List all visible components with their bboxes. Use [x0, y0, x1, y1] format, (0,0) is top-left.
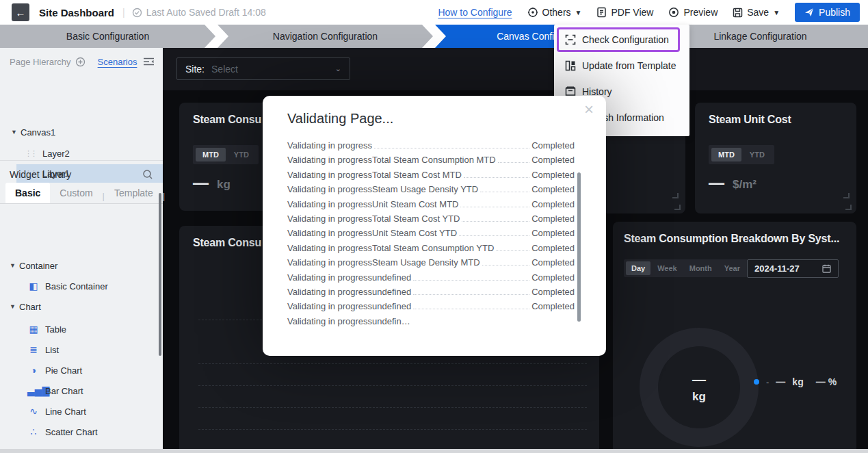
gridline: [198, 429, 587, 430]
leader-dots: [462, 221, 529, 222]
menu-item-update-from-template[interactable]: Update from Template: [554, 53, 689, 79]
sidebar-scrollbar[interactable]: [159, 193, 161, 356]
menu-item-label: Check Configuration: [582, 34, 669, 45]
tab-basic[interactable]: Basic: [5, 183, 50, 203]
modal-scrollbar[interactable]: [577, 172, 581, 322]
divider: |: [163, 191, 165, 201]
card-steam-breakdown[interactable]: Steam Consumption Breakdown By Syst... D…: [613, 222, 856, 449]
widget-item[interactable]: ◑ Pie Chart: [0, 360, 163, 380]
validation-status: Completed: [531, 213, 575, 224]
drag-handle-icon[interactable]: ⋮⋮: [25, 149, 38, 158]
chevron-down-icon: ▼: [773, 9, 780, 16]
validation-status: Completed: [531, 170, 575, 180]
validation-label: Validating in progressundefin…: [287, 316, 410, 326]
validation-status: Completed: [531, 155, 575, 165]
tab-custom[interactable]: Custom: [50, 183, 102, 203]
caret-down-icon[interactable]: ▼: [10, 303, 19, 310]
publish-button[interactable]: Publish: [795, 3, 860, 22]
validation-row: Validating in progressSteam Usage Densit…: [287, 184, 575, 198]
search-icon[interactable]: [142, 169, 153, 180]
donut-center: — kg: [658, 346, 740, 428]
kpi-number: —: [193, 174, 209, 192]
page-hierarchy-header: Page Hierarchy Scenarios: [0, 53, 163, 70]
validation-label: Validating in progress: [287, 140, 372, 151]
range-chip[interactable]: Year: [719, 261, 746, 275]
validation-row: Validating in progressTotal Steam Consum…: [287, 243, 575, 257]
period-chip[interactable]: YTD: [743, 148, 772, 161]
back-button[interactable]: ←: [12, 3, 29, 21]
autosave-text: Last Auto Saved Draft 14:08: [146, 7, 266, 18]
card-title: Steam Consumption Breakdown By Syst...: [624, 233, 839, 245]
widget-item[interactable]: ▦ Table: [0, 319, 163, 339]
period-chip[interactable]: MTD: [196, 148, 226, 161]
kpi-unit: kg: [217, 178, 231, 192]
page-hierarchy-label: Page Hierarchy: [10, 57, 71, 67]
resize-corner-mark: [674, 205, 681, 210]
config-step[interactable]: Navigation Configuration: [218, 25, 433, 48]
period-chip[interactable]: YTD: [227, 148, 256, 161]
legend-value: —: [776, 376, 785, 387]
leader-dots: [464, 177, 529, 178]
range-chip[interactable]: Day: [626, 261, 650, 275]
widget-item[interactable]: ∴ Scatter Chart: [0, 422, 163, 442]
caret-down-icon[interactable]: ▼: [11, 129, 21, 135]
add-page-icon[interactable]: [75, 57, 86, 67]
range-chip[interactable]: Week: [652, 261, 683, 275]
validation-row-list: Validating in progress Completed Validat…: [287, 140, 575, 331]
collapse-panel-icon[interactable]: [143, 57, 155, 66]
kpi-value: — kg: [193, 174, 231, 192]
config-step[interactable]: Basic Configuration: [0, 25, 215, 48]
period-chip[interactable]: MTD: [711, 148, 741, 161]
range-chip[interactable]: Month: [684, 261, 718, 275]
autosave-check-icon: [132, 8, 142, 18]
scenarios-link[interactable]: Scenarios: [98, 57, 137, 67]
canvas-toolbar: Site: Select ⌄: [163, 48, 868, 90]
widget-item[interactable]: ◧ Basic Container: [0, 276, 163, 296]
how-to-configure-link[interactable]: How to Configure: [438, 7, 512, 18]
resize-corner-mark: [843, 193, 850, 198]
kpi-number: —: [709, 174, 724, 192]
modal-title: Validating Page...: [287, 111, 393, 127]
group-container[interactable]: ▼ Container: [0, 257, 163, 274]
validation-label: Validating in progressTotal Steam Cost M…: [287, 170, 462, 180]
period-toggle: MTDYTD: [709, 145, 774, 164]
top-bar: ← Site Dashboard | Last Auto Saved Draft…: [0, 0, 868, 25]
group-chart[interactable]: ▼ Chart: [0, 298, 163, 315]
legend-pct-unit: %: [828, 376, 837, 387]
card-title: Steam Unit Cost: [709, 114, 791, 126]
site-placeholder: Select: [211, 64, 238, 75]
donut-legend: - — kg — %: [754, 376, 837, 387]
preview-button[interactable]: Preview: [668, 7, 718, 18]
widget-item[interactable]: ∿ Line Chart: [0, 401, 163, 422]
preview-eye-icon: [668, 7, 679, 18]
widget-item[interactable]: ≣ List: [0, 339, 163, 360]
validation-row: Validating in progress Completed: [287, 140, 575, 155]
leader-dots: [480, 192, 529, 192]
pdf-view-button[interactable]: PDF View: [596, 7, 653, 18]
close-icon[interactable]: ×: [584, 101, 594, 118]
widget-library-header: Widget Library: [0, 166, 163, 183]
tab-template[interactable]: Template: [105, 183, 163, 203]
donut-unit: kg: [692, 390, 706, 404]
date-picker[interactable]: 2024-11-27: [747, 259, 839, 278]
validation-row: Validating in progressundefined Complete…: [287, 301, 575, 315]
save-button[interactable]: Save ▼: [733, 7, 780, 18]
validation-status: Completed: [531, 287, 575, 297]
validation-label: Validating in progressTotal Steam Consum…: [287, 155, 496, 165]
date-value: 2024-11-27: [754, 263, 800, 274]
menu-item-check-configuration[interactable]: Check Configuration: [554, 27, 689, 53]
site-select-dropdown[interactable]: Site: Select ⌄: [176, 57, 350, 80]
validation-status: Completed: [531, 140, 575, 151]
tree-node-canvas1[interactable]: ▼ Canvas1: [0, 123, 163, 141]
validation-label: Validating in progressundefined: [287, 287, 411, 297]
widget-item-label: Table: [45, 324, 66, 335]
validation-status: Completed: [531, 199, 575, 209]
card-title: Steam Consu: [193, 114, 261, 126]
widget-item[interactable]: ▃▅▇ Bar Chart: [0, 380, 163, 401]
basic-container-icon: ◧: [27, 281, 40, 291]
others-menu-button[interactable]: Others ▼: [527, 7, 582, 18]
card-steam-unit-cost[interactable]: Steam Unit Cost MTDYTD — $/m²: [695, 103, 856, 213]
validation-label: Validating in progressTotal Steam Cost Y…: [287, 213, 460, 224]
caret-down-icon[interactable]: ▼: [10, 262, 19, 269]
validation-label: Validating in progressundefined: [287, 301, 411, 311]
